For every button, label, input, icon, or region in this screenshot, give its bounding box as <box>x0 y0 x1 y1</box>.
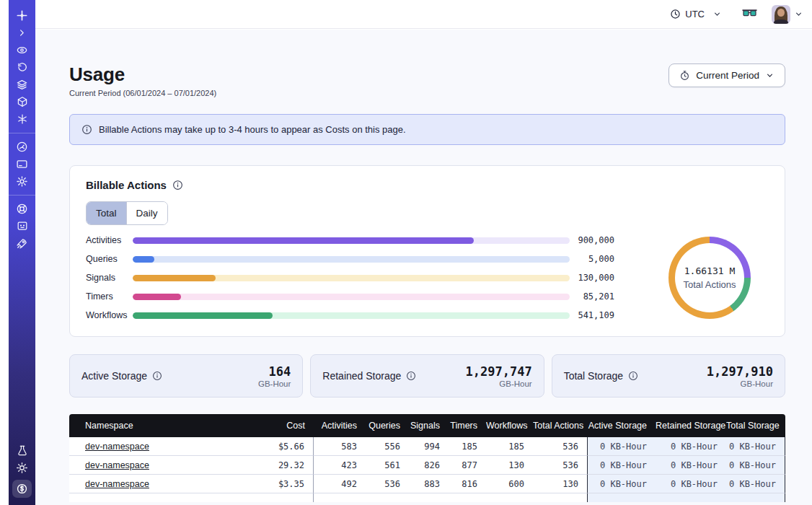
table-body: dev-namespace$5.665835569941851855360 KB… <box>69 437 785 502</box>
cell-retained-storage: 0 KB-Hour <box>656 456 726 475</box>
cell-workflows: 600 <box>486 475 533 493</box>
cell-total-storage <box>726 493 785 502</box>
sun-icon[interactable] <box>13 460 32 475</box>
cell-cost <box>247 493 314 502</box>
timezone-selector[interactable]: UTC <box>670 9 722 19</box>
table-row: dev-namespace29.324235618268771305360 KB… <box>69 456 785 475</box>
tab-daily[interactable]: Daily <box>126 202 167 224</box>
monitor-icon[interactable] <box>13 218 32 234</box>
collapse-chevron-right-icon[interactable] <box>13 25 32 40</box>
cell-activities <box>314 493 366 502</box>
bar-row-signals: Signals130,000 <box>86 268 614 287</box>
bar-track <box>133 256 570 263</box>
info-icon[interactable] <box>152 371 162 381</box>
flask-icon[interactable] <box>13 442 32 458</box>
donut-center-label: Total Actions <box>684 279 736 290</box>
bar-fill <box>133 237 474 244</box>
rocket-icon[interactable] <box>13 235 32 251</box>
bar-row-timers: Timers85,201 <box>86 287 614 306</box>
cell-activities: 492 <box>314 475 366 493</box>
bar-label: Workflows <box>86 310 133 320</box>
bar-label: Activities <box>86 235 133 245</box>
col-header-queries: Queries <box>366 414 409 437</box>
cell-timers: 185 <box>449 437 486 456</box>
cell-signals <box>409 493 449 502</box>
usd-coin-button[interactable] <box>12 480 32 498</box>
cell-total-storage: 0 KB-Hour <box>726 475 785 493</box>
cell-namespace: dev-namespace <box>69 475 247 493</box>
table-row: dev-namespace$5.665835569941851855360 KB… <box>69 437 785 456</box>
history-clock-icon[interactable] <box>13 59 32 75</box>
glasses-icon[interactable] <box>742 9 757 19</box>
info-icon[interactable] <box>406 371 416 381</box>
cell-timers: 877 <box>449 456 486 475</box>
namespace-usage-table: NamespaceCostActivitiesQueriesSignalsTim… <box>69 414 785 502</box>
cell-timers <box>449 493 486 502</box>
main-content: Usage Current Period (06/01/2024 – 07/01… <box>35 30 812 505</box>
cell-active-storage: 0 KB-Hour <box>587 437 656 456</box>
col-header-namespace: Namespace <box>69 414 247 437</box>
cell-signals: 883 <box>409 475 449 493</box>
timezone-label: UTC <box>685 9 705 19</box>
cell-retained-storage <box>656 493 726 502</box>
credit-card-icon[interactable] <box>13 156 32 172</box>
current-period-dropdown[interactable]: Current Period <box>668 63 785 87</box>
table-header-row: NamespaceCostActivitiesQueriesSignalsTim… <box>69 414 785 437</box>
avatar-art <box>777 9 785 17</box>
gauge-icon[interactable] <box>13 139 32 154</box>
sidebar-divider <box>9 195 35 196</box>
namespace-link[interactable]: dev-namespace <box>85 460 149 470</box>
col-header-activities: Activities <box>314 414 366 437</box>
bar-track <box>133 275 570 281</box>
period-button-label: Current Period <box>696 70 759 81</box>
cell-signals: 826 <box>409 456 449 475</box>
storage-value: 1,297,747 <box>466 364 532 379</box>
bar-value: 541,109 <box>570 310 614 320</box>
bar-fill <box>133 294 181 300</box>
storage-card-value: 1,297,910GB-Hour <box>707 364 773 388</box>
bar-fill <box>133 256 154 263</box>
page-title: Usage <box>69 63 216 85</box>
cell-activities: 583 <box>314 437 366 456</box>
lifebuoy-icon[interactable] <box>13 201 32 216</box>
col-header-retained-storage: Retained Storage <box>656 414 726 437</box>
storage-card-label: Total Storage <box>564 370 639 382</box>
bar-row-queries: Queries5,000 <box>86 250 614 268</box>
cell-retained-storage: 0 KB-Hour <box>656 437 726 456</box>
asterisk-icon[interactable] <box>13 111 32 127</box>
temporal-logo-icon[interactable] <box>13 7 32 23</box>
cell-queries <box>366 493 409 502</box>
cell-activities: 423 <box>314 456 366 475</box>
col-header-timers: Timers <box>449 414 486 437</box>
cell-total-storage: 0 KB-Hour <box>726 437 785 456</box>
bar-value: 130,000 <box>570 273 614 283</box>
info-icon[interactable] <box>172 180 183 190</box>
avatar-art <box>774 19 788 24</box>
user-avatar[interactable] <box>772 5 790 24</box>
billable-actions-title: Billable Actions <box>86 179 167 191</box>
col-header-active-storage: Active Storage <box>587 414 656 437</box>
cell-active-storage: 0 KB-Hour <box>587 456 656 475</box>
cell-active-storage <box>587 493 656 502</box>
cell-workflows: 185 <box>486 437 533 456</box>
total-daily-toggle: Total Daily <box>86 201 168 225</box>
info-banner: Billable Actions may take up to 3-4 hour… <box>69 114 785 145</box>
col-header-signals: Signals <box>409 414 449 437</box>
namespace-link[interactable]: dev-namespace <box>85 479 149 489</box>
storage-card-active-storage: Active Storage164GB-Hour <box>69 354 303 398</box>
table-row: dev-namespace$3.354925368838166001300 KB… <box>69 475 785 493</box>
storage-label-text: Retained Storage <box>322 370 401 382</box>
eye-icon[interactable] <box>13 42 32 58</box>
cell-total-actions <box>533 493 587 502</box>
gear-icon[interactable] <box>13 173 32 189</box>
stopwatch-icon <box>679 70 690 81</box>
cube-icon[interactable] <box>13 94 32 110</box>
bar-label: Queries <box>86 254 133 264</box>
table-row-partial <box>69 493 785 502</box>
namespace-link[interactable]: dev-namespace <box>85 442 149 452</box>
tab-total[interactable]: Total <box>87 202 126 224</box>
account-chevron-down-icon[interactable] <box>794 9 803 19</box>
cell-cost: 29.32 <box>247 456 314 475</box>
info-icon[interactable] <box>628 371 638 381</box>
layers-icon[interactable] <box>13 76 32 92</box>
